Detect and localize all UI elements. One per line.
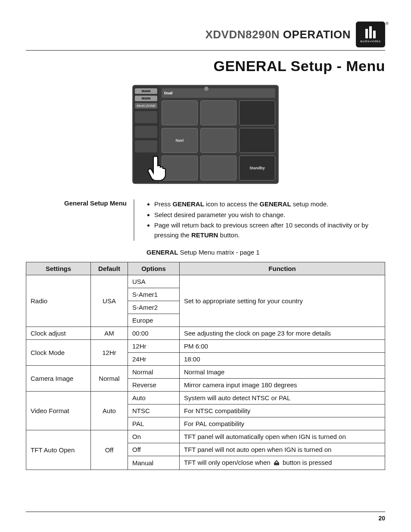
cell-option: 24Hr <box>128 353 180 366</box>
header-word: OPERATION <box>283 28 351 41</box>
device-main: Dual Navi Standby <box>159 86 278 183</box>
device-tab-main: MAIN <box>135 88 157 94</box>
header-rule <box>26 50 385 51</box>
col-options: Options <box>128 262 180 275</box>
table-header-row: Settings Default Options Function <box>26 262 385 275</box>
settings-table: Settings Default Options Function Radio … <box>26 262 385 470</box>
device-tab-multizone: Multi-ZONE <box>135 103 157 109</box>
page-number: 20 <box>378 515 385 522</box>
table-row: Clock Mode 12Hr 12Hr PM 6:00 <box>26 340 385 353</box>
cell-option: Europe <box>128 314 180 327</box>
device-cell-navi: Navi <box>162 128 198 153</box>
device-screen: MAIN MAIN Multi-ZONE Dual Navi Standby <box>132 85 279 184</box>
table-row: Camera Image Normal Normal Normal Image <box>26 366 385 379</box>
instruction-item: Press GENERAL icon to access the GENERAL… <box>154 199 385 209</box>
cell-option: PAL <box>128 417 180 430</box>
cell-setting: Video Format <box>26 392 91 430</box>
cell-option: On <box>128 430 180 443</box>
cell-option: Auto <box>128 392 180 404</box>
cell-function: PM 6:00 <box>180 340 385 353</box>
registered-icon: ® <box>386 22 389 26</box>
cell-function: Normal Image <box>180 366 385 379</box>
cell-default: USA <box>91 275 128 327</box>
cell-default: AM <box>91 327 128 340</box>
table-row: Clock adjust AM 00:00 See adjusting the … <box>26 327 385 340</box>
device-cell-setup-icon <box>200 156 237 180</box>
table-row: TFT Auto Open Off On TFT panel will auto… <box>26 430 385 443</box>
cell-setting: TFT Auto Open <box>26 430 91 470</box>
page-title: GENERAL Setup - Menu <box>26 58 385 75</box>
cell-option: Off <box>128 443 180 456</box>
cell-option: 00:00 <box>128 327 180 340</box>
device-cell-radio-icon <box>162 100 198 125</box>
cell-function: System will auto detect NTSC or PAL <box>180 392 385 404</box>
cell-default: 12Hr <box>91 340 128 366</box>
matrix-caption: GENERAL Setup Menu matrix - page 1 <box>146 249 385 256</box>
page-header: XDVDN8290N OPERATION ® audio•video <box>26 22 385 47</box>
instruction-item: Select desired parameter you wish to cha… <box>154 210 385 220</box>
section-body: Press GENERAL icon to access the GENERAL… <box>134 199 385 241</box>
cell-option: 12Hr <box>128 340 180 353</box>
table-row: Video Format Auto Auto System will auto … <box>26 392 385 404</box>
table-row: Radio USA USA Set to appropriate setting… <box>26 275 385 288</box>
header-model: XDVDN8290N <box>205 28 280 41</box>
cell-setting: Clock adjust <box>26 327 91 340</box>
hand-pointer-icon <box>147 155 168 180</box>
cell-function: TFT panel will automatically open when I… <box>180 430 385 443</box>
device-cell-standby: Standby <box>239 156 275 180</box>
footer-rule <box>26 511 385 512</box>
cell-function: See adjusting the clock on page 23 for m… <box>180 327 385 340</box>
cell-option: S-Amer1 <box>128 288 180 301</box>
cell-default: Auto <box>91 392 128 430</box>
device-side-icon <box>135 126 157 138</box>
section-general-setup: General Setup Menu Press GENERAL icon to… <box>60 199 385 241</box>
col-settings: Settings <box>26 262 91 275</box>
eject-icon <box>273 460 280 467</box>
cell-option: Normal <box>128 366 180 379</box>
device-cell-disc-icon <box>200 100 237 125</box>
device-cell-aux-icon <box>200 128 237 153</box>
cell-default: Off <box>91 430 128 470</box>
device-grid: Navi Standby <box>162 100 275 180</box>
cell-option: S-Amer2 <box>128 301 180 314</box>
bluetooth-icon <box>204 87 209 91</box>
cell-option: USA <box>128 275 180 288</box>
cell-function: TFT will only open/close when button is … <box>180 456 385 470</box>
device-cell-ipod-icon <box>239 100 275 125</box>
cell-function: TFT panel will not auto open when IGN is… <box>180 443 385 456</box>
col-default: Default <box>91 262 128 275</box>
cell-function: For PAL compatibility <box>180 417 385 430</box>
brand-logo: ® audio•video <box>356 22 385 47</box>
header-title: XDVDN8290N OPERATION <box>205 28 351 41</box>
cell-default: Normal <box>91 366 128 392</box>
cell-option: NTSC <box>128 404 180 417</box>
cell-function: Mirror camera input image 180 degrees <box>180 379 385 392</box>
section-label: General Setup Menu <box>60 199 134 241</box>
device-brand-bar: Dual <box>162 88 275 98</box>
device-illustration: MAIN MAIN Multi-ZONE Dual Navi Standby <box>26 85 385 184</box>
instruction-list: Press GENERAL icon to access the GENERAL… <box>145 199 385 240</box>
cell-function: For NTSC compatibility <box>180 404 385 417</box>
cell-option: Manual <box>128 456 180 470</box>
logo-subtext: audio•video <box>360 40 380 43</box>
device-side-icon <box>135 140 157 152</box>
cell-setting: Clock Mode <box>26 340 91 366</box>
cell-setting: Camera Image <box>26 366 91 392</box>
col-function: Function <box>180 262 385 275</box>
device-side-icon <box>135 111 157 123</box>
cell-function: 18:00 <box>180 353 385 366</box>
device-cell-bt-icon <box>239 128 275 153</box>
cell-function: Set to appropriate setting for your coun… <box>180 275 385 327</box>
cell-setting: Radio <box>26 275 91 327</box>
cell-option: Reverse <box>128 379 180 392</box>
logo-bars-icon <box>365 26 376 38</box>
device-tab-main2: MAIN <box>135 96 157 101</box>
instruction-item: Page will return back to previous screen… <box>154 221 385 240</box>
